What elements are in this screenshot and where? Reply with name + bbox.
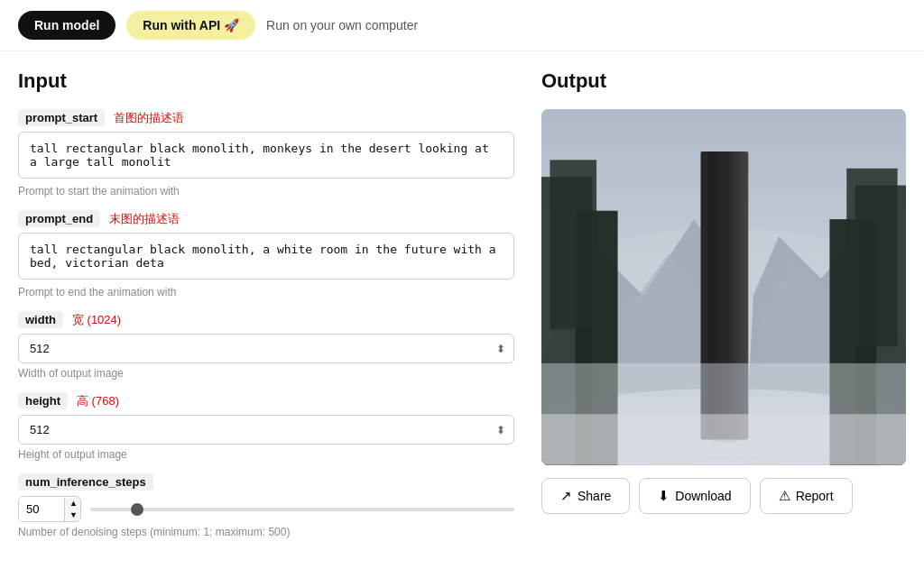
prompt-start-chinese: 首图的描述语: [114, 110, 184, 126]
prompt-start-label-row: prompt_start 首图的描述语: [18, 109, 514, 126]
share-label: Share: [578, 489, 611, 503]
height-select[interactable]: 512 768 1024: [18, 415, 514, 445]
height-chinese: 高 (768): [77, 393, 119, 409]
width-label-row: width 宽 (1024): [18, 311, 514, 328]
report-label: Report: [796, 489, 834, 503]
main-content: Input prompt_start 首图的描述语 tall rectangul…: [0, 51, 924, 560]
num-steps-spin-up[interactable]: ▲: [65, 498, 81, 509]
svg-rect-16: [846, 169, 897, 346]
output-image: [541, 109, 906, 465]
prompt-end-hint: Prompt to end the animation with: [18, 286, 514, 298]
prompt-end-chinese: 末图的描述语: [109, 211, 180, 227]
svg-rect-13: [550, 160, 596, 329]
width-chinese: 宽 (1024): [72, 312, 121, 328]
width-tag: width: [18, 311, 63, 328]
svg-rect-18: [541, 414, 906, 464]
num-steps-label-row: num_inference_steps: [18, 473, 514, 491]
prompt-end-input[interactable]: tall rectangular black monolith, a white…: [18, 233, 514, 280]
width-select-wrapper: 512 768 1024 ⬍: [18, 334, 514, 363]
report-icon: ⚠: [779, 488, 790, 504]
height-select-wrapper: 512 768 1024 ⬍: [18, 415, 514, 445]
num-steps-slider-row: ▲ ▼: [18, 496, 514, 522]
prompt-start-input[interactable]: tall rectangular black monolith, monkeys…: [18, 132, 514, 179]
output-image-container: [541, 109, 906, 465]
share-button[interactable]: ↗ Share: [541, 478, 630, 514]
input-section-title: Input: [18, 69, 514, 93]
input-panel: Input prompt_start 首图的描述语 tall rectangul…: [18, 69, 541, 542]
download-icon: ⬇: [658, 488, 670, 504]
prompt-end-label-row: prompt_end 末图的描述语: [18, 210, 514, 227]
download-button[interactable]: ⬇ Download: [639, 478, 750, 514]
num-steps-spin-down[interactable]: ▼: [65, 509, 81, 521]
prompt-start-hint: Prompt to start the animation with: [18, 185, 514, 197]
num-steps-tag: num_inference_steps: [18, 473, 153, 491]
output-panel: Output: [541, 69, 906, 542]
num-steps-hint: Number of denoising steps (minimum: 1; m…: [18, 526, 514, 538]
height-label-row: height 高 (768): [18, 392, 514, 409]
num-steps-slider[interactable]: [90, 508, 514, 511]
top-bar: Run model Run with API 🚀 Run on your own…: [0, 0, 924, 51]
run-own-computer-text: Run on your own computer: [266, 18, 418, 32]
num-steps-number-wrapper: ▲ ▼: [18, 496, 81, 522]
report-button[interactable]: ⚠ Report: [760, 478, 853, 514]
run-model-button[interactable]: Run model: [18, 11, 116, 40]
run-api-button[interactable]: Run with API 🚀: [126, 11, 255, 40]
height-tag: height: [18, 392, 68, 409]
prompt-start-tag: prompt_start: [18, 109, 105, 126]
height-hint: Height of output image: [18, 448, 514, 461]
output-section-title: Output: [541, 69, 906, 93]
output-scene-svg: [541, 109, 906, 465]
prompt-end-tag: prompt_end: [18, 210, 100, 227]
width-hint: Width of output image: [18, 367, 514, 380]
num-steps-number-input[interactable]: [19, 497, 64, 521]
share-icon: ↗: [560, 488, 572, 504]
width-select[interactable]: 512 768 1024: [18, 334, 514, 363]
download-label: Download: [675, 489, 731, 503]
output-buttons: ↗ Share ⬇ Download ⚠ Report: [541, 478, 906, 514]
num-steps-spinners: ▲ ▼: [64, 498, 81, 521]
